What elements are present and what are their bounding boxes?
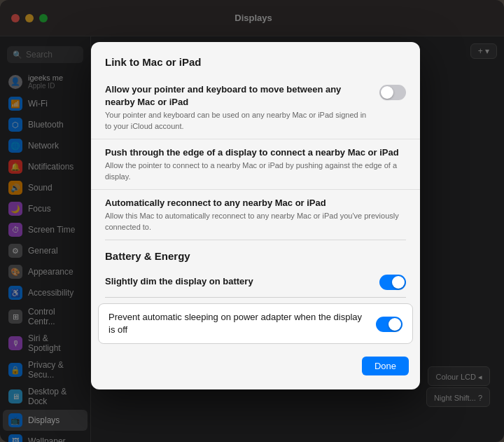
dim-display-row: Slightly dim the display on battery <box>105 269 406 298</box>
done-button[interactable]: Done <box>362 357 409 375</box>
push-through-row: Push through the edge of a display to co… <box>91 139 420 190</box>
pointer-keyboard-title: Allow your pointer and keyboard to move … <box>105 83 371 109</box>
modal-header: Link to Mac or iPad <box>91 42 420 68</box>
pointer-keyboard-desc: Your pointer and keyboard can be used on… <box>105 110 371 132</box>
auto-reconnect-row: Automatically reconnect to any nearby Ma… <box>91 190 420 240</box>
prevent-sleep-toggle[interactable] <box>376 317 402 332</box>
prevent-sleep-row: Prevent automatic sleeping on power adap… <box>98 303 413 344</box>
dim-display-title: Slightly dim the display on battery <box>105 275 253 288</box>
auto-reconnect-desc: Allow this Mac to automatically reconnec… <box>105 211 406 233</box>
pointer-keyboard-toggle[interactable] <box>379 85 406 100</box>
auto-reconnect-title: Automatically reconnect to any nearby Ma… <box>105 197 406 209</box>
dim-display-toggle[interactable] <box>379 275 406 290</box>
battery-section: Battery & Energy Slightly dim the displa… <box>91 240 420 301</box>
pointer-keyboard-row: Allow your pointer and keyboard to move … <box>91 76 420 139</box>
dim-display-toggle-knob <box>392 276 405 289</box>
push-through-desc: Allow the pointer to connect to a nearby… <box>105 160 406 182</box>
battery-section-title: Battery & Energy <box>105 250 406 262</box>
push-through-text: Push through the edge of a display to co… <box>105 146 406 182</box>
modal-footer: Done <box>91 350 420 378</box>
prevent-sleep-title: Prevent automatic sleeping on power adap… <box>108 311 368 336</box>
push-through-title: Push through the edge of a display to co… <box>105 146 406 159</box>
link-section-title: Link to Mac or iPad <box>105 56 406 68</box>
auto-reconnect-text: Automatically reconnect to any nearby Ma… <box>105 197 406 233</box>
pointer-keyboard-text: Allow your pointer and keyboard to move … <box>105 83 371 132</box>
pointer-keyboard-toggle-knob <box>381 86 393 99</box>
prevent-sleep-toggle-knob <box>388 318 401 331</box>
modal-dialog: Link to Mac or iPad Allow your pointer a… <box>91 42 420 389</box>
